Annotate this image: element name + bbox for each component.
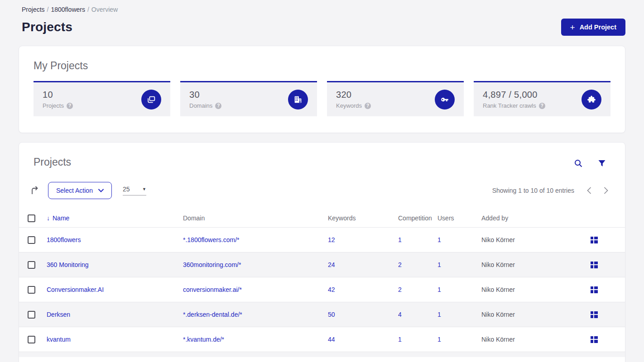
table-row: 360 Monitoring 360monitoring.com/* 24 2 … (19, 252, 625, 277)
competition-count-link[interactable]: 2 (398, 261, 402, 268)
project-name-link[interactable]: 360 Monitoring (47, 261, 89, 268)
help-icon[interactable]: ? (365, 103, 371, 109)
breadcrumb: Projects/1800flowers/Overview (22, 6, 625, 13)
dashboard-grid-icon[interactable] (591, 311, 598, 318)
breadcrumb-1800flowers[interactable]: 1800flowers (51, 6, 85, 13)
added-by-cell: Niko Körner (481, 286, 572, 293)
showing-entries-text: Showing 1 to 10 of 10 entries (492, 187, 574, 194)
help-icon[interactable]: ? (215, 103, 221, 109)
users-count-link[interactable]: 1 (437, 261, 441, 268)
project-name-link[interactable]: Conversionmaker.AI (47, 286, 104, 293)
row-checkbox[interactable] (28, 336, 35, 343)
users-count-link[interactable]: 1 (437, 286, 441, 293)
stat-domains-value: 30 (189, 90, 221, 100)
add-project-label: Add Project (580, 24, 616, 31)
project-name-link[interactable]: 1800flowers (47, 236, 81, 243)
competition-count-link[interactable]: 2 (398, 286, 402, 293)
stat-keywords-label: Keywords (336, 102, 362, 109)
competition-count-link[interactable]: 4 (398, 311, 402, 318)
dashboard-grid-icon[interactable] (591, 336, 598, 343)
table-row: Derksen *.derksen-dental.de/* 50 4 1 Nik… (19, 302, 625, 327)
users-count-link[interactable]: 1 (437, 311, 441, 318)
stat-keywords: 320 Keywords ? (327, 81, 464, 116)
pagination-next-icon[interactable] (604, 187, 609, 194)
pagination-prev-icon[interactable] (586, 187, 591, 194)
projects-table: ↓ Name Domain Keywords Competition Users… (19, 209, 625, 357)
table-header-row: ↓ Name Domain Keywords Competition Users… (19, 209, 625, 227)
page: Projects/1800flowers/Overview Projects +… (0, 0, 644, 362)
added-by-cell: Niko Körner (481, 261, 572, 268)
breadcrumb-separator: / (87, 6, 89, 13)
column-header-keywords[interactable]: Keywords (328, 214, 398, 222)
table-row (19, 352, 625, 357)
column-header-added-by[interactable]: Added by (481, 214, 572, 222)
help-icon[interactable]: ? (67, 103, 73, 109)
page-size-value: 25 (123, 186, 130, 193)
table-row: kvantum *.kvantum.de/* 44 1 1 Niko Körne… (19, 327, 625, 352)
keywords-count-link[interactable]: 12 (328, 236, 335, 243)
plus-icon: + (570, 23, 575, 32)
sort-desc-icon: ↓ (47, 214, 50, 222)
breadcrumb-projects[interactable]: Projects (22, 6, 45, 13)
users-count-link[interactable]: 1 (437, 236, 441, 243)
project-domain-link[interactable]: 360monitoring.com/* (183, 261, 241, 268)
dashboard-grid-icon[interactable] (591, 286, 598, 293)
building-icon (288, 90, 308, 110)
help-icon[interactable]: ? (539, 103, 545, 109)
dashboard-grid-icon[interactable] (591, 237, 598, 243)
project-domain-link[interactable]: *.kvantum.de/* (183, 336, 224, 343)
row-checkbox[interactable] (28, 311, 35, 319)
competition-count-link[interactable]: 1 (398, 336, 402, 343)
row-checkbox[interactable] (28, 286, 35, 294)
project-domain-link[interactable]: conversionmaker.ai/* (183, 286, 242, 293)
dashboard-grid-icon[interactable] (591, 262, 598, 268)
keywords-count-link[interactable]: 50 (328, 311, 335, 318)
select-action-dropdown[interactable]: Select Action (48, 182, 112, 199)
my-projects-title: My Projects (34, 60, 610, 72)
table-row: Conversionmaker.AI conversionmaker.ai/* … (19, 277, 625, 302)
select-action-label: Select Action (56, 187, 93, 194)
my-projects-card: My Projects 10 Projects ? (19, 46, 625, 133)
add-project-button[interactable]: + Add Project (561, 19, 625, 36)
page-title: Projects (22, 20, 72, 34)
projects-table-title: Projects (34, 156, 71, 168)
stat-keywords-value: 320 (336, 90, 371, 100)
select-all-checkbox[interactable] (28, 214, 35, 222)
stat-rank-tracker-value: 4,897 / 5,000 (483, 90, 545, 100)
added-by-cell: Niko Körner (481, 236, 572, 243)
column-header-competition[interactable]: Competition (398, 214, 437, 222)
project-domain-link[interactable]: *.1800flowers.com/* (183, 236, 240, 243)
search-icon[interactable] (574, 159, 583, 168)
column-header-name[interactable]: ↓ Name (47, 214, 183, 222)
filter-icon[interactable] (598, 159, 606, 168)
projects-table-card: Projects (19, 142, 625, 362)
breadcrumb-separator: / (47, 6, 49, 13)
row-checkbox[interactable] (28, 261, 35, 269)
row-checkbox[interactable] (28, 236, 35, 244)
project-name-link[interactable]: kvantum (47, 336, 71, 343)
table-row: 1800flowers *.1800flowers.com/* 12 1 1 N… (19, 227, 625, 252)
stat-projects: 10 Projects ? (34, 81, 170, 116)
added-by-cell: Niko Körner (481, 336, 572, 343)
stat-domains-label: Domains (189, 102, 212, 109)
caret-down-icon: ▼ (142, 187, 146, 191)
users-count-link[interactable]: 1 (437, 336, 441, 343)
column-header-users[interactable]: Users (437, 214, 481, 222)
keywords-count-link[interactable]: 42 (328, 286, 335, 293)
export-icon[interactable] (30, 186, 40, 195)
project-name-link[interactable]: Derksen (47, 311, 70, 318)
project-domain-link[interactable]: *.derksen-dental.de/* (183, 311, 242, 318)
keywords-count-link[interactable]: 44 (328, 336, 335, 343)
keywords-count-link[interactable]: 24 (328, 261, 335, 268)
competition-count-link[interactable]: 1 (398, 236, 402, 243)
column-header-domain[interactable]: Domain (183, 214, 328, 222)
page-size-select[interactable]: 25 ▼ (123, 186, 146, 195)
stat-rank-tracker: 4,897 / 5,000 Rank Tracker crawls ? (474, 81, 610, 116)
key-icon (435, 90, 455, 110)
stat-rank-tracker-label: Rank Tracker crawls (483, 102, 536, 109)
projects-copy-icon (141, 90, 161, 110)
breadcrumb-overview: Overview (91, 6, 118, 13)
stat-domains: 30 Domains ? (180, 81, 317, 116)
added-by-cell: Niko Körner (481, 311, 572, 318)
stat-projects-value: 10 (43, 90, 73, 100)
